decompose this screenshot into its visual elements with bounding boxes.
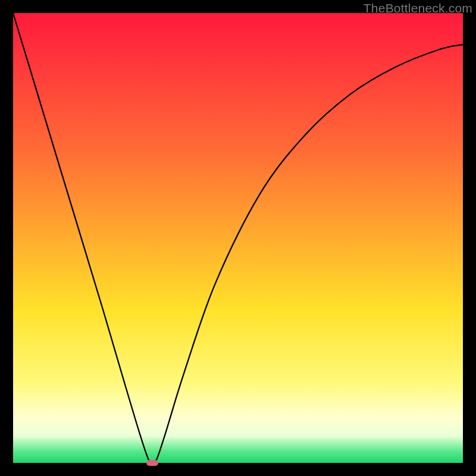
- chart-plot-area: [13, 13, 463, 463]
- chart-line-series: [13, 13, 463, 463]
- bottleneck-curve-path: [13, 13, 463, 463]
- trough-marker: [146, 460, 158, 466]
